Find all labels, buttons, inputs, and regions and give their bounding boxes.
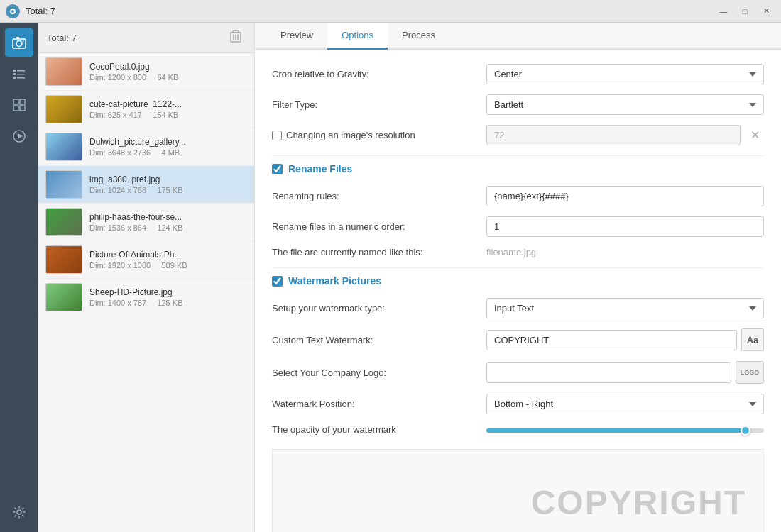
delete-all-button[interactable] — [226, 28, 246, 47]
filter-select[interactable]: Bartlett Box Gaussian Lanczos — [486, 94, 764, 115]
svg-rect-14 — [13, 106, 18, 111]
title-bar-left: Total: 7 — [6, 4, 55, 18]
resolution-input[interactable] — [486, 125, 741, 145]
file-info: Sheep-HD-Picture.jpg Dim: 1400 x 787 125… — [89, 287, 247, 307]
file-info: philip-haas-the-four-se... Dim: 1536 x 8… — [89, 212, 247, 232]
resolution-control: ✕ — [486, 125, 764, 145]
watermark-position-row: Watermark Position: Bottom - Right Botto… — [272, 394, 764, 414]
file-meta: Dim: 3648 x 2736 4 MB — [89, 148, 247, 157]
svg-point-1 — [11, 10, 14, 13]
title-bar: Total: 7 — □ ✕ — [0, 0, 781, 23]
list-item[interactable]: Sheep-HD-Picture.jpg Dim: 1400 x 787 125… — [38, 279, 254, 316]
logo-browse-button[interactable]: LOGO — [736, 361, 764, 384]
list-item[interactable]: img_a380_pref.jpg Dim: 1024 x 768 175 KB — [38, 166, 254, 204]
rename-preview-label: The file are currently named like this: — [272, 247, 478, 257]
crop-label: Crop relative to Gravity: — [272, 69, 478, 79]
svg-point-18 — [17, 510, 21, 514]
watermark-preview-text: COPYRIGHT — [531, 483, 746, 522]
file-meta: Dim: 1920 x 1080 509 KB — [89, 261, 247, 270]
watermark-type-label: Setup your watermark type: — [272, 303, 478, 314]
file-thumbnail — [45, 95, 82, 123]
file-thumbnail — [45, 133, 82, 161]
app-body: Total: 7 CocoPetal.0.jpg Dim: 1200 x 800… — [0, 23, 781, 532]
list-item[interactable]: CocoPetal.0.jpg Dim: 1200 x 800 64 KB — [38, 53, 254, 91]
watermark-section-checkbox[interactable] — [272, 276, 283, 287]
tab-process[interactable]: Process — [388, 23, 449, 50]
file-list-header: Total: 7 — [38, 23, 254, 53]
watermark-logo-input[interactable] — [486, 362, 731, 383]
file-thumbnail — [45, 57, 82, 86]
resolution-clear-button[interactable]: ✕ — [746, 127, 764, 143]
svg-rect-4 — [16, 37, 19, 39]
watermark-type-row: Setup your watermark type: Input Text Im… — [272, 298, 764, 318]
list-item[interactable]: Picture-Of-Animals-Ph... Dim: 1920 x 108… — [38, 241, 254, 279]
svg-rect-15 — [20, 106, 25, 111]
maximize-button[interactable]: □ — [736, 4, 754, 18]
list-item[interactable]: Dulwich_picture_gallery... Dim: 3648 x 2… — [38, 128, 254, 166]
tab-preview[interactable]: Preview — [266, 23, 327, 50]
rename-section-header: Rename Files — [272, 163, 764, 174]
watermark-logo-label: Select Your Company Logo: — [272, 367, 478, 378]
resolution-checkbox[interactable] — [272, 131, 282, 140]
rename-preview-row: The file are currently named like this: … — [272, 247, 764, 257]
rename-order-control — [486, 216, 764, 237]
rename-section-title[interactable]: Rename Files — [288, 163, 352, 174]
renaming-rules-label: Renaming rules: — [272, 191, 478, 201]
watermark-text-row: Custom Text Watermark: Aa — [272, 328, 764, 351]
file-name: philip-haas-the-four-se... — [89, 212, 247, 222]
watermark-opacity-row: The opacity of your watermark — [272, 424, 764, 435]
sidebar-item-camera[interactable] — [5, 28, 33, 57]
watermark-position-control: Bottom - Right Bottom - Left Top - Left … — [486, 394, 764, 414]
watermark-logo-row: Select Your Company Logo: LOGO — [272, 361, 764, 384]
sidebar-item-layers[interactable] — [5, 91, 33, 119]
app-icon — [6, 4, 20, 18]
crop-row: Crop relative to Gravity: Center Top Lef… — [272, 64, 764, 84]
filter-label: Filter Type: — [272, 99, 478, 110]
svg-rect-10 — [13, 77, 16, 79]
tab-options[interactable]: Options — [327, 23, 388, 50]
svg-rect-11 — [17, 77, 25, 79]
close-button[interactable]: ✕ — [757, 4, 775, 18]
file-meta: Dim: 1400 x 787 125 KB — [89, 299, 247, 307]
app-title: Total: 7 — [26, 6, 55, 16]
sidebar-item-list[interactable] — [5, 60, 33, 88]
watermark-text-input[interactable] — [486, 330, 737, 350]
crop-select[interactable]: Center Top Left Top Right Bottom Left Bo… — [486, 64, 764, 84]
font-button[interactable]: Aa — [741, 328, 764, 351]
sidebar-item-play[interactable] — [5, 122, 33, 150]
watermark-position-label: Watermark Position: — [272, 399, 478, 409]
svg-marker-17 — [18, 133, 23, 139]
renaming-rules-row: Renaming rules: — [272, 186, 764, 206]
file-name: Dulwich_picture_gallery... — [89, 137, 247, 147]
file-info: CocoPetal.0.jpg Dim: 1200 x 800 64 KB — [89, 62, 247, 82]
svg-rect-13 — [20, 99, 25, 104]
watermark-opacity-label: The opacity of your watermark — [272, 424, 478, 435]
file-list: CocoPetal.0.jpg Dim: 1200 x 800 64 KB cu… — [38, 53, 254, 532]
rename-order-input[interactable] — [486, 216, 764, 237]
renaming-rules-control — [486, 186, 764, 206]
watermark-section-header: Watermark Pictures — [272, 275, 764, 287]
renaming-rules-input[interactable] — [486, 186, 764, 206]
rename-section-checkbox[interactable] — [272, 164, 283, 174]
watermark-position-select[interactable]: Bottom - Right Bottom - Left Top - Left … — [486, 394, 764, 414]
file-info: Dulwich_picture_gallery... Dim: 3648 x 2… — [89, 137, 247, 157]
main-panel: Preview Options Process Crop relative to… — [255, 23, 781, 532]
file-list-panel: Total: 7 CocoPetal.0.jpg Dim: 1200 x 800… — [38, 23, 255, 532]
file-count-label: Total: 7 — [47, 33, 77, 43]
watermark-preview: COPYRIGHT — [272, 449, 764, 532]
file-info: img_a380_pref.jpg Dim: 1024 x 768 175 KB — [89, 174, 247, 194]
watermark-type-select[interactable]: Input Text Image Logo — [486, 298, 764, 318]
file-meta: Dim: 1200 x 800 64 KB — [89, 73, 247, 82]
file-name: Picture-Of-Animals-Ph... — [89, 250, 247, 260]
list-item[interactable]: philip-haas-the-four-se... Dim: 1536 x 8… — [38, 204, 254, 241]
minimize-button[interactable]: — — [714, 4, 733, 18]
watermark-section-title[interactable]: Watermark Pictures — [288, 275, 381, 287]
rename-order-row: Rename files in a numeric order: — [272, 216, 764, 237]
filter-control: Bartlett Box Gaussian Lanczos — [486, 94, 764, 115]
svg-rect-8 — [13, 73, 16, 75]
watermark-opacity-control — [486, 424, 764, 435]
sidebar-item-settings[interactable] — [5, 498, 33, 526]
list-item[interactable]: cute-cat-picture_1122-... Dim: 625 x 417… — [38, 91, 254, 128]
watermark-opacity-slider[interactable] — [486, 428, 764, 433]
file-name: cute-cat-picture_1122-... — [89, 99, 247, 109]
